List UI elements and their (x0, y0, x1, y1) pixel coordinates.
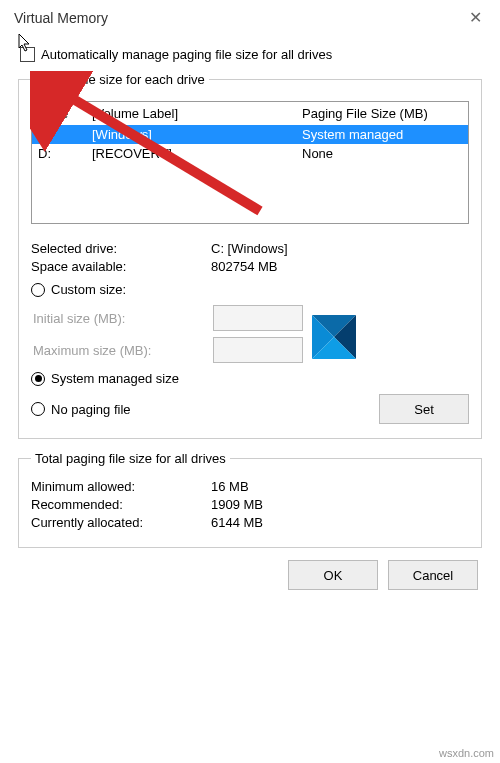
header-paging-size: Paging File Size (MB) (302, 106, 462, 121)
no-paging-label: No paging file (51, 402, 131, 417)
set-button[interactable]: Set (379, 394, 469, 424)
watermark: wsxdn.com (439, 747, 494, 759)
row-label: [Windows] (92, 127, 302, 142)
row-drive: C: (38, 127, 92, 142)
total-paging-group: Total paging file size for all drives Mi… (18, 451, 482, 548)
cancel-button[interactable]: Cancel (388, 560, 478, 590)
group1-legend: Paging file size for each drive (31, 72, 209, 87)
window-title: Virtual Memory (14, 10, 108, 26)
drive-row[interactable]: C: [Windows] System managed (32, 125, 468, 144)
row-size: System managed (302, 127, 462, 142)
row-drive: D: (38, 146, 92, 161)
min-allowed-label: Minimum allowed: (31, 479, 211, 494)
initial-size-label: Initial size (MB): (33, 311, 213, 326)
selected-drive-value: C: [Windows] (211, 241, 469, 256)
custom-size-radio[interactable] (31, 283, 45, 297)
auto-manage-checkbox[interactable] (20, 47, 35, 62)
logo-icon (312, 315, 356, 359)
header-drive: Drive (38, 106, 92, 121)
maximum-size-label: Maximum size (MB): (33, 343, 213, 358)
paging-per-drive-group: Paging file size for each drive Drive [V… (18, 72, 482, 439)
group2-legend: Total paging file size for all drives (31, 451, 230, 466)
system-managed-label: System managed size (51, 371, 179, 386)
drive-row[interactable]: D: [RECOVERY] None (32, 144, 468, 163)
recommended-value: 1909 MB (211, 497, 469, 512)
row-label: [RECOVERY] (92, 146, 302, 161)
close-icon[interactable]: ✕ (465, 8, 486, 27)
auto-manage-label: Automatically manage paging file size fo… (41, 47, 332, 62)
no-paging-radio[interactable] (31, 402, 45, 416)
currently-allocated-label: Currently allocated: (31, 515, 211, 530)
selected-drive-label: Selected drive: (31, 241, 211, 256)
drive-list[interactable]: Drive [Volume Label] Paging File Size (M… (31, 101, 469, 224)
currently-allocated-value: 6144 MB (211, 515, 469, 530)
recommended-label: Recommended: (31, 497, 211, 512)
initial-size-input (213, 305, 303, 331)
ok-button[interactable]: OK (288, 560, 378, 590)
space-available-label: Space available: (31, 259, 211, 274)
header-volume-label: [Volume Label] (92, 106, 302, 121)
system-managed-radio[interactable] (31, 372, 45, 386)
maximum-size-input (213, 337, 303, 363)
row-size: None (302, 146, 462, 161)
min-allowed-value: 16 MB (211, 479, 469, 494)
space-available-value: 802754 MB (211, 259, 469, 274)
custom-size-label: Custom size: (51, 282, 126, 297)
